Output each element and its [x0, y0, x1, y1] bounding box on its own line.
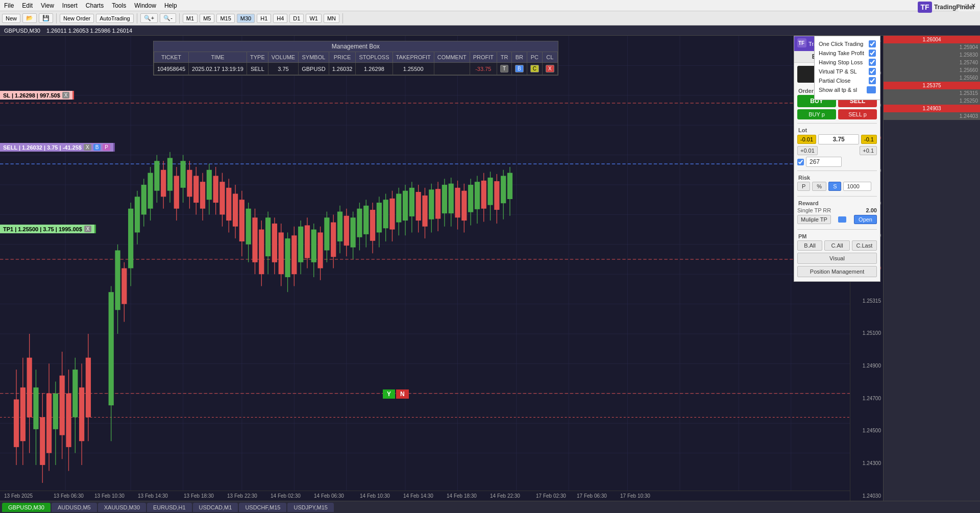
svg-rect-175: [487, 178, 493, 205]
svg-rect-137: [363, 206, 369, 234]
sell-p-btn[interactable]: P: [103, 144, 110, 151]
sep2: [137, 13, 137, 23]
having-tp-checkbox[interactable]: [869, 50, 876, 57]
risk-pct-btn[interactable]: %: [812, 182, 826, 191]
sell-b-btn[interactable]: B: [93, 144, 101, 151]
zoom-in-button[interactable]: 🔍+: [140, 13, 158, 23]
risk-value-input[interactable]: [843, 182, 871, 191]
multiple-tp-btn[interactable]: Muliple TP: [797, 215, 831, 224]
cell-pc[interactable]: C: [527, 63, 542, 75]
svg-rect-117: [298, 227, 303, 262]
tf-d1[interactable]: D1: [289, 14, 304, 23]
single-tp-rr-value: 2.00: [866, 207, 877, 213]
tab-gbpusd-m30[interactable]: GBPUSD,M30: [2, 503, 51, 512]
menu-tools[interactable]: Tools: [112, 2, 126, 9]
tf-h4[interactable]: H4: [273, 14, 287, 23]
tr-button[interactable]: T: [500, 65, 508, 72]
symbol-name: GBPUSD,M30: [4, 28, 40, 34]
tf-h1[interactable]: H1: [257, 14, 271, 23]
menu-help[interactable]: Help: [164, 2, 177, 9]
cell-tr[interactable]: T: [497, 63, 511, 75]
chart-area[interactable]: SL | 1.26298 | 997.50$ X SELL | 1.26032 …: [0, 36, 850, 501]
svg-rect-123: [317, 232, 323, 268]
col-symbol: SYMBOL: [299, 52, 329, 63]
svg-rect-57: [86, 358, 91, 418]
buy-p-button[interactable]: BUY p: [797, 109, 836, 119]
visual-btn[interactable]: Visual: [797, 253, 877, 264]
tab-xauusd-m30[interactable]: XAUUSD,M30: [98, 503, 146, 512]
tab-usdcad-m1[interactable]: USDCAD,M1: [193, 503, 238, 512]
sl-close-btn[interactable]: X: [62, 92, 70, 99]
tf-m15[interactable]: M15: [216, 14, 234, 23]
right-price-8: 1.24403: [884, 112, 980, 120]
risk-s-btn[interactable]: S: [828, 182, 841, 191]
sell-close-btn[interactable]: X: [84, 144, 91, 151]
b-all-btn[interactable]: B.All: [797, 240, 822, 251]
c-all-btn[interactable]: C.All: [824, 240, 849, 251]
sep1: [56, 13, 57, 23]
lot-checkbox[interactable]: [797, 159, 804, 165]
tf-w1[interactable]: W1: [306, 14, 322, 23]
open-btn[interactable]: Open: [854, 215, 877, 224]
tab-usdjpy-m15[interactable]: USDJPY,M15: [287, 503, 333, 512]
lot-checkbox-input[interactable]: [806, 157, 842, 167]
tab-usdchf-m15[interactable]: USDCHF,M15: [239, 503, 286, 512]
tab-eurusd-h1[interactable]: EURUSD,H1: [147, 503, 192, 512]
risk-p-btn[interactable]: P: [797, 182, 810, 191]
svg-rect-73: [154, 161, 159, 190]
tf-m1[interactable]: M1: [183, 14, 198, 23]
save-button[interactable]: 💾: [39, 13, 53, 23]
right-price-bar-3: 1.24903: [884, 105, 980, 112]
open-button[interactable]: 📂: [22, 13, 37, 23]
price-tick-13: 1.24300: [850, 460, 883, 466]
sell-p-button[interactable]: SELL p: [838, 109, 877, 119]
divider4: [797, 229, 877, 230]
lot-section: -0.01 3.75 -0.1 +0.01 +0.1: [794, 134, 880, 169]
svg-rect-111: [279, 232, 284, 274]
menu-charts[interactable]: Charts: [86, 2, 104, 9]
position-management-btn[interactable]: Position Management: [797, 266, 877, 277]
tf-m5[interactable]: M5: [200, 14, 214, 23]
cl-button[interactable]: X: [546, 65, 554, 72]
svg-rect-89: [207, 170, 212, 200]
time-label-4: 13 Feb 18:30: [184, 493, 214, 499]
having-sl-checkbox[interactable]: [869, 59, 876, 66]
lot-minus-01-btn[interactable]: -0.1: [861, 135, 877, 144]
tp1-close-btn[interactable]: X: [84, 226, 92, 232]
lot-plus-01-btn[interactable]: +0.1: [860, 146, 877, 155]
tf-mn[interactable]: MN: [324, 14, 339, 23]
cell-ticket: 104958645: [154, 63, 189, 75]
lot-plus-001-btn[interactable]: +0.01: [797, 146, 818, 155]
c-last-btn[interactable]: C.Last: [852, 240, 877, 251]
new-button[interactable]: New: [2, 14, 20, 23]
cell-cl[interactable]: X: [542, 63, 557, 75]
autotrading-button[interactable]: AutoTrading: [96, 14, 134, 23]
new-order-button[interactable]: New Order: [60, 14, 94, 23]
virtual-label: Virtual TP & SL: [819, 68, 866, 75]
tf-m30[interactable]: M30: [237, 14, 255, 23]
tab-audusd-m5[interactable]: AUDUSD,M5: [52, 503, 97, 512]
partial-checkbox[interactable]: [869, 77, 876, 84]
y-button[interactable]: Y: [383, 389, 395, 399]
menu-window[interactable]: Window: [134, 2, 156, 9]
svg-rect-99: [239, 200, 244, 241]
toolbar: New 📂 💾 New Order AutoTrading 🔍+ 🔍- M1 M…: [0, 11, 980, 26]
settings-row-partial: Partial Close: [819, 77, 876, 84]
one-click-checkbox[interactable]: [869, 40, 876, 47]
zoom-out-button[interactable]: 🔍-: [160, 13, 176, 23]
menu-insert[interactable]: Insert: [62, 2, 78, 9]
cell-br[interactable]: B: [512, 63, 527, 75]
menu-file[interactable]: File: [4, 2, 14, 9]
menu-view[interactable]: View: [41, 2, 54, 9]
lot-section-label: Lot: [794, 125, 880, 134]
col-comment: COMMENT: [434, 52, 470, 63]
lot-minus-001-btn[interactable]: -0.01: [797, 135, 816, 144]
n-button[interactable]: N: [396, 389, 409, 399]
pc-button[interactable]: C: [530, 65, 539, 72]
reward-section-label: Reward: [794, 198, 880, 207]
br-button[interactable]: B: [515, 65, 524, 72]
svg-rect-87: [200, 182, 205, 209]
show-all-color-btn[interactable]: [867, 86, 876, 93]
menu-edit[interactable]: Edit: [22, 2, 33, 9]
virtual-checkbox[interactable]: [869, 68, 876, 75]
